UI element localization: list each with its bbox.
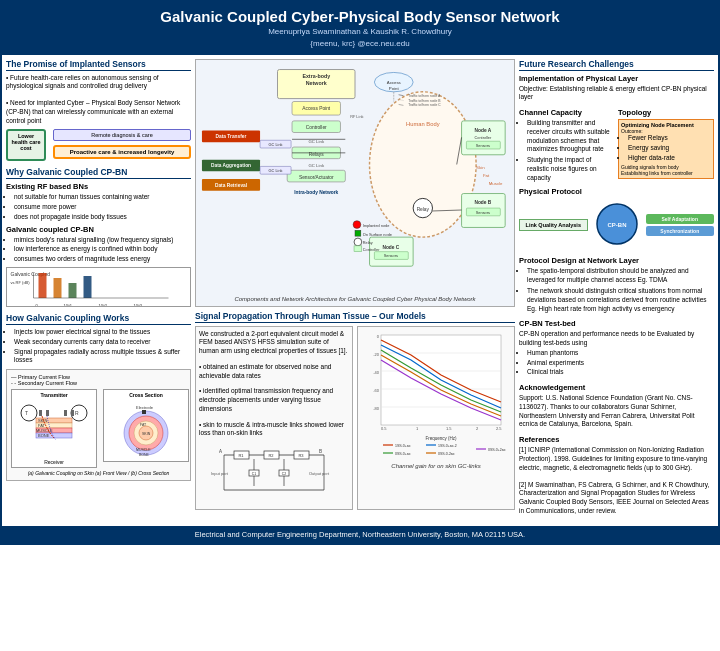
svg-text:SKIN: SKIN <box>142 432 151 436</box>
chart-caption: Channel gain for on skin GC-links <box>361 463 511 469</box>
testbed-item-3: Clinical trials <box>527 368 714 377</box>
svg-text:CP-BN: CP-BN <box>607 222 626 228</box>
signal-bullet-1: • obtained an estimate for observed nois… <box>199 363 349 381</box>
channel-list: Building transmitter and receiver circui… <box>519 119 615 182</box>
coupling-item-3: Signal propagates radially across multip… <box>14 348 191 366</box>
galvanic-item-2: low interference as energy is confined w… <box>14 245 191 254</box>
channel-item-2: Studying the impact of realistic noise f… <box>527 156 615 182</box>
svg-text:Controller: Controller <box>306 124 327 129</box>
svg-text:0SS-0+ac: 0SS-0+ac <box>395 452 411 456</box>
svg-text:Sensor/Actuator: Sensor/Actuator <box>299 175 334 180</box>
svg-text:Network: Network <box>306 80 327 86</box>
ack-title: Acknowledgement <box>519 383 714 392</box>
header: Galvanic Coupled Cyber-Physical Body Sen… <box>2 2 718 55</box>
svg-text:T: T <box>25 410 28 416</box>
promise-title: The Promise of Implanted Sensors <box>6 59 191 71</box>
channel-title: Channel Capacity <box>519 108 615 117</box>
svg-text:Data Retrieval: Data Retrieval <box>215 182 247 187</box>
svg-rect-36 <box>142 410 146 414</box>
svg-text:Controller: Controller <box>363 246 380 251</box>
svg-text:Skin: Skin <box>476 165 485 170</box>
testbed-list: Human phantoms Animal experiments Clinic… <box>519 349 714 377</box>
section-how: How Galvanic Coupling Works Injects low … <box>6 313 191 481</box>
section-protocol: Protocol Design at Network Layer The spa… <box>519 256 714 313</box>
main-content: The Promise of Implanted Sensors • Futur… <box>2 55 718 526</box>
poster-title: Galvanic Coupled Cyber-Physical Body Sen… <box>12 8 708 25</box>
svg-text:0: 0 <box>36 303 39 307</box>
middle-column: Extra-body Network Access Point Controll… <box>195 59 515 522</box>
svg-text:-40: -40 <box>373 370 380 375</box>
svg-text:C2: C2 <box>282 472 287 476</box>
svg-text:Muscle: Muscle <box>489 180 503 185</box>
coupling-caption: (a) Galvanic Coupling on Skin (a) Front … <box>11 470 186 476</box>
protocol-title: Protocol Design at Network Layer <box>519 256 714 265</box>
footer-text: Electrical and Computer Engineering Depa… <box>195 530 525 539</box>
why-title: Why Galvanic Coupled CP-BN <box>6 167 191 179</box>
svg-text:2: 2 <box>476 426 479 431</box>
svg-rect-87 <box>354 245 362 251</box>
svg-text:Sensors: Sensors <box>476 143 490 148</box>
existing-item-3: does not propagate inside body tissues <box>14 213 191 222</box>
svg-text:1: 1 <box>416 426 419 431</box>
svg-text:Access Point: Access Point <box>302 106 331 111</box>
promise-p2: • Need for implanted Cyber – Physical Bo… <box>6 99 191 125</box>
protocol-item-1: The spatio-temporal distribution should … <box>527 267 714 285</box>
svg-text:vs RF (dB): vs RF (dB) <box>11 280 31 285</box>
svg-rect-27 <box>71 410 74 416</box>
svg-point-12 <box>21 405 37 421</box>
svg-text:B: B <box>319 449 322 454</box>
svg-text:Relay: Relay <box>417 207 430 212</box>
svg-text:Human Body: Human Body <box>406 120 440 126</box>
testbed-p: CP-BN operation and performance needs to… <box>519 330 714 348</box>
svg-rect-4 <box>69 283 77 298</box>
topology-items: Fewer Relays Energy saving Higher data-r… <box>621 134 711 162</box>
svg-text:Extra-body: Extra-body <box>302 73 330 79</box>
svg-text:Frequency (Hz): Frequency (Hz) <box>425 436 457 441</box>
signal-p1: We constructed a 2-port equivalent circu… <box>199 330 349 356</box>
svg-text:Node A: Node A <box>475 127 492 132</box>
svg-text:Relay: Relay <box>363 239 373 244</box>
svg-point-85 <box>354 238 362 246</box>
svg-text:Node C: Node C <box>382 244 399 249</box>
svg-text:Intra-body Network: Intra-body Network <box>294 189 338 194</box>
svg-text:10^2: 10^2 <box>99 303 108 307</box>
svg-text:Point: Point <box>389 85 400 90</box>
remote-box: Remote diagnosis & care <box>53 129 191 141</box>
svg-text:On Surface node: On Surface node <box>363 232 392 237</box>
svg-text:Node B: Node B <box>474 200 491 205</box>
svg-text:Traffic to/from node A: Traffic to/from node A <box>408 93 441 97</box>
svg-text:-60: -60 <box>373 388 380 393</box>
svg-text:10^1: 10^1 <box>64 303 73 307</box>
svg-text:-20: -20 <box>373 352 380 357</box>
ack-text: Support: U.S. National Science Foundatio… <box>519 394 714 429</box>
svg-text:Output port: Output port <box>309 471 330 476</box>
existing-title: Existing RF based BNs <box>6 182 191 191</box>
impl-title: Implementation of Physical Layer <box>519 74 714 83</box>
galvanic-list: mimics body's natural signalling (low fr… <box>6 236 191 264</box>
svg-rect-14 <box>39 410 42 416</box>
future-title: Future Research Challenges <box>519 59 714 71</box>
coupling-item-2: Weak secondary currents carry data to re… <box>14 338 191 347</box>
svg-text:Data Transfer: Data Transfer <box>216 134 247 139</box>
svg-text:GC Link: GC Link <box>308 139 325 144</box>
coupling-list: Injects low power electrical signal to t… <box>6 328 191 365</box>
svg-text:Controller: Controller <box>475 135 492 140</box>
right-column: Future Research Challenges Implementatio… <box>519 59 714 522</box>
svg-text:Electrode: Electrode <box>136 405 154 410</box>
svg-point-81 <box>353 220 361 228</box>
how-title: How Galvanic Coupling Works <box>6 313 191 325</box>
svg-text:Sensors: Sensors <box>476 209 490 214</box>
svg-rect-83 <box>355 230 361 236</box>
section-testbed: CP-BN Test-bed CP-BN operation and perfo… <box>519 319 714 377</box>
channel-item-1: Building transmitter and receiver circui… <box>527 119 615 154</box>
svg-text:R2: R2 <box>268 453 274 458</box>
physical-title: Physical Protocol <box>519 187 714 196</box>
cross-section-diagram: Cross Section BONE MUSCLE FAT SKIN <box>103 389 189 462</box>
svg-text:-80: -80 <box>373 406 380 411</box>
email: {meenu, krc} @ece.neu.edu <box>12 39 708 50</box>
section-acknowledgement: Acknowledgement Support: U.S. National S… <box>519 383 714 429</box>
svg-text:A: A <box>219 449 222 454</box>
topology-section: Topology Optimizing Node Placement Outco… <box>618 105 714 184</box>
svg-text:MUSCLE: MUSCLE <box>136 448 151 452</box>
section-future: Future Research Challenges Implementatio… <box>519 59 714 251</box>
